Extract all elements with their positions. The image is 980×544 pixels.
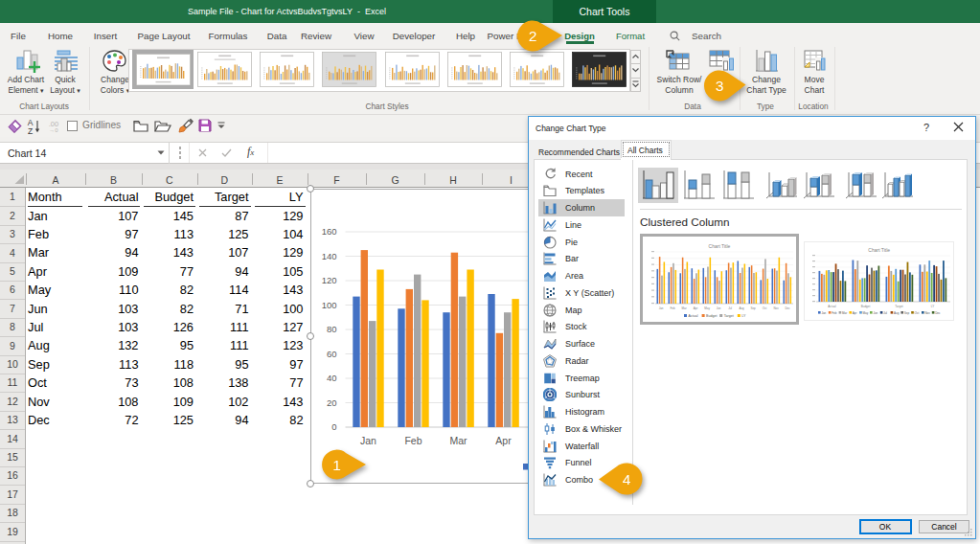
svg-text:80: 80 [327, 324, 337, 334]
svg-text:Chart Title: Chart Title [709, 243, 731, 249]
svg-text:Sep: Sep [903, 311, 909, 315]
svg-text:Jan: Jan [659, 306, 664, 310]
svg-text:Budget: Budget [860, 305, 870, 308]
svg-text:Chart Title: Chart Title [868, 247, 890, 253]
svg-text:Aug: Aug [739, 306, 744, 310]
svg-text:Oct: Oct [914, 311, 919, 315]
svg-text:160: 160 [322, 226, 337, 237]
svg-text:140: 140 [322, 251, 337, 261]
svg-text:Aug: Aug [894, 311, 900, 315]
svg-text:1: 1 [332, 457, 341, 473]
svg-text:3: 3 [716, 78, 724, 94]
svg-text:Feb: Feb [671, 306, 676, 310]
svg-text:Actual: Actual [828, 305, 836, 308]
svg-text:→0: →0 [49, 127, 58, 133]
svg-text:Jan: Jan [821, 311, 826, 315]
svg-text:120: 120 [322, 275, 337, 285]
svg-text:Jul: Jul [883, 311, 887, 315]
svg-text:Apr: Apr [495, 435, 512, 446]
svg-text:LY: LY [741, 314, 746, 318]
svg-text:Sep: Sep [750, 306, 756, 310]
svg-text:Feb: Feb [832, 311, 837, 315]
svg-text:Apr: Apr [852, 311, 856, 315]
svg-text:May: May [704, 306, 710, 310]
svg-text:Oct: Oct [763, 306, 767, 310]
svg-text:Mar: Mar [842, 311, 847, 315]
svg-text:60: 60 [327, 349, 337, 359]
svg-text:20: 20 [327, 397, 337, 408]
svg-text:0: 0 [331, 421, 336, 432]
svg-text:Dec: Dec [935, 311, 941, 315]
svg-text:Dec: Dec [785, 306, 790, 310]
svg-text:Mar: Mar [449, 435, 467, 446]
svg-text:LY: LY [930, 305, 933, 308]
svg-text:Jul: Jul [728, 306, 732, 310]
svg-text:Target: Target [895, 305, 903, 308]
svg-text:Apr: Apr [694, 306, 698, 310]
svg-text:Nov: Nov [924, 311, 930, 315]
svg-text:4: 4 [623, 471, 631, 487]
svg-text:Feb: Feb [404, 435, 422, 446]
svg-text:Jun: Jun [873, 311, 877, 315]
svg-text:Budget: Budget [706, 314, 717, 318]
svg-text:Jun: Jun [717, 306, 721, 310]
svg-text:Z: Z [28, 126, 33, 135]
svg-text:40: 40 [327, 373, 337, 383]
svg-text:Nov: Nov [773, 306, 779, 310]
svg-text:2: 2 [529, 28, 537, 44]
svg-text:100: 100 [322, 300, 337, 310]
svg-text:Target: Target [724, 314, 734, 318]
svg-text:May: May [862, 311, 868, 315]
svg-text:Mar: Mar [682, 306, 687, 310]
svg-text:Actual: Actual [689, 314, 698, 318]
